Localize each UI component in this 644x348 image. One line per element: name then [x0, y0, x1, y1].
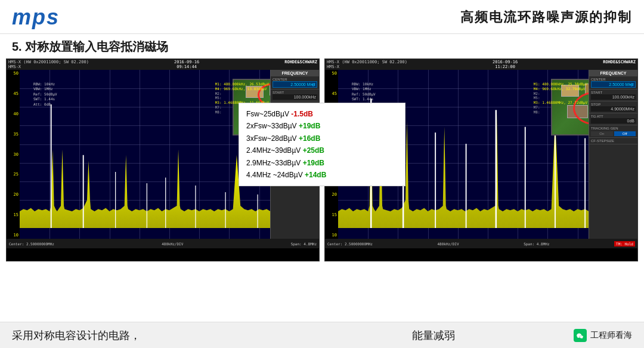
yaxis-left: 50 45 40 35 30 25 20 15 10 — [7, 70, 20, 239]
time-right: 11:22:00 — [493, 64, 518, 69]
marker-info-right: M1: 480.000kHz, 25.38dBµV M4: 969.60kHz,… — [534, 82, 587, 115]
rohde-logo-right: ROHDE&SCHWARZ — [603, 60, 636, 64]
wechat-label: 工程师看海 — [590, 330, 632, 341]
hw-info-left: HMS-X (HW 0x20011000; SW 02.200) — [8, 60, 89, 64]
section-heading: 5. 对称放置输入电容抵消磁场 — [0, 34, 644, 58]
bottom-text-mid: 能量减弱 — [412, 329, 455, 341]
ann-line-2: 2xFsw~33dBµV +19dB — [246, 120, 398, 132]
spec-header-right: HMS-X (HW 0x20011000; SW 02.200) HMS-X 2… — [325, 59, 637, 70]
ann-line-4: 2.4MHz~39dBµV +25dB — [246, 144, 398, 156]
hw-sub-left: HMS-X — [8, 64, 89, 69]
logo-area: mps — [12, 5, 60, 30]
rohde-logo-left: ROHDE&SCHWARZ — [284, 60, 317, 64]
rbw-info-left: RBW: 10kHz VBW: 1MHz Ref: 50dBµV SWT: 1.… — [33, 82, 57, 107]
spec-footer-right: Center: 2.50000000MHz 480kHz/DIV Span: 4… — [325, 239, 637, 248]
spec-header-left: HMS-X (HW 0x20011000; SW 02.200) HMS-X 2… — [7, 59, 319, 70]
bottom-text-right: 工程师看海 — [574, 329, 632, 342]
mps-logo: mps — [12, 5, 60, 30]
annotation-box: Fsw~25dBµV -1.5dB 2xFsw~33dBµV +19dB 3xF… — [239, 103, 405, 186]
ann-line-3: 3xFsw~28dBµV +16dB — [246, 133, 398, 144]
ann-line-1: Fsw~25dBµV -1.5dB — [246, 108, 398, 120]
header: mps 高频电流环路噪声源的抑制 — [0, 0, 644, 34]
time-left: 09:14:44 — [174, 64, 199, 69]
title-text: 高频电流环路噪声源的抑制 — [460, 10, 632, 24]
hw-sub-right: HMS-X — [327, 64, 407, 69]
ann-line-5: 2.9MHz~33dBµV +19dB — [246, 157, 398, 169]
date-right: 2016-09-16 — [493, 60, 518, 64]
page-title: 高频电流环路噪声源的抑制 — [460, 8, 632, 26]
bottom-banner: 采用对称电容设计的电路， 能量减弱 工程师看海 — [0, 322, 644, 348]
spec-footer-left: Center: 2.50000000MHz 480kHz/DIV Span: 4… — [7, 239, 319, 248]
ann-line-6: 4.4MHz ~24dBµV +14dB — [246, 169, 398, 181]
bottom-text-left: 采用对称电容设计的电路， — [12, 328, 293, 343]
freq-panel-right: FREQUENCY CENTER 2.50000 MHz ↺ START 100… — [589, 70, 637, 239]
hw-info-right: HMS-X (HW 0x20011000; SW 02.200) — [327, 60, 407, 64]
date-left: 2016-09-16 — [174, 60, 199, 64]
wechat-icon — [574, 329, 587, 342]
